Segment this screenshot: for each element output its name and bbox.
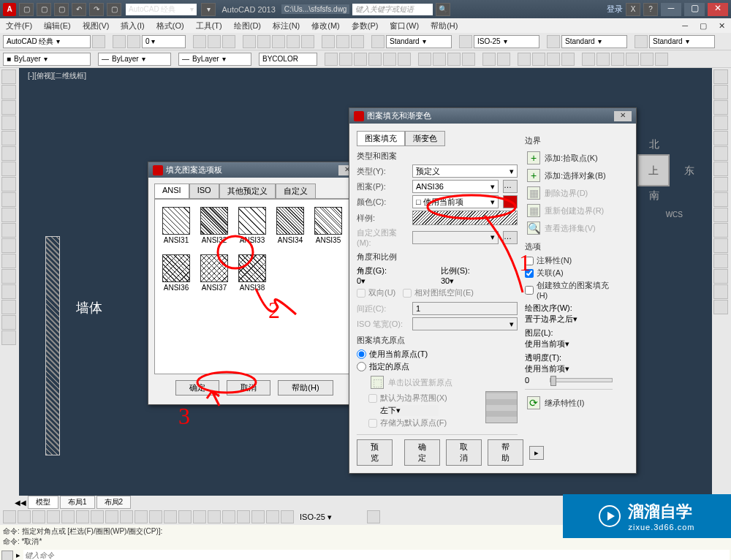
dim-dia-icon[interactable] (91, 510, 104, 523)
sel-color[interactable]: □ 使用当前项▾ (412, 195, 499, 208)
mod-copy-icon[interactable] (713, 85, 728, 99)
pattern-browse-button[interactable]: … (503, 180, 518, 193)
help-icon[interactable]: ? (643, 3, 658, 16)
radio-origin-current[interactable]: 使用当前原点(T) (357, 349, 518, 360)
dim-base-icon[interactable] (135, 510, 148, 523)
mod-scale-icon[interactable] (713, 177, 728, 192)
tb-sun-icon[interactable] (127, 35, 140, 48)
menu-file[interactable]: 文件(F) (6, 20, 32, 31)
tab-ansi[interactable]: ANSI (154, 183, 189, 198)
mod-join-icon[interactable] (713, 254, 728, 268)
tb-b1-icon[interactable] (243, 35, 256, 48)
std-pan-icon[interactable] (518, 53, 531, 66)
qat-save-icon[interactable]: ▢ (54, 3, 69, 16)
dim-rad-icon[interactable] (61, 510, 75, 523)
tb-c3-icon[interactable] (351, 35, 364, 48)
dim-insp-icon[interactable] (222, 510, 235, 523)
dim-style-btn-icon[interactable] (367, 510, 380, 523)
tab-layout2[interactable]: 布局2 (96, 496, 132, 509)
qat-more-icon[interactable]: ▾ (201, 3, 216, 16)
hatch-title-bar[interactable]: 图案填充和渐变色 ✕ (349, 108, 636, 124)
tb-b2-icon[interactable] (257, 35, 270, 48)
sel-transparency[interactable]: 使用当前项▾ (525, 363, 613, 374)
dim-cont-icon[interactable] (149, 510, 162, 523)
slider-transparency[interactable] (550, 378, 613, 382)
menu-help[interactable]: 帮助(H) (431, 20, 458, 31)
tab-layout1[interactable]: 布局1 (60, 496, 95, 509)
close-button[interactable]: ✕ (708, 3, 728, 16)
menu-insert[interactable]: 插入(I) (121, 20, 144, 31)
std-dc-icon[interactable] (596, 53, 610, 66)
dim-jog-icon[interactable] (76, 510, 89, 523)
tab-model[interactable]: 模型 (28, 496, 58, 509)
tab-other[interactable]: 其他预定义 (219, 183, 276, 198)
search-input[interactable]: 键入关键字或短语 (352, 4, 433, 15)
dim-jogline-icon[interactable] (237, 510, 250, 523)
std-publish-icon[interactable] (398, 53, 411, 66)
tb-text-icon[interactable] (371, 35, 385, 48)
sel-type[interactable]: 预定义▾ (412, 164, 518, 178)
maximize-button[interactable]: ▢ (684, 3, 705, 16)
draw-hatch-icon[interactable] (1, 269, 16, 284)
chk-separate[interactable]: 创建独立的图案填充(H) (525, 280, 613, 300)
tb-b5-icon[interactable] (301, 35, 314, 48)
dim-tedit-icon[interactable] (266, 510, 279, 523)
swatch-ansi33[interactable] (238, 207, 266, 235)
draw-spline-icon[interactable] (1, 177, 16, 192)
draw-rect-icon[interactable] (1, 116, 16, 130)
layer-zero[interactable]: 0 ▾ (142, 35, 186, 48)
menu-modify[interactable]: 修改(M) (311, 20, 340, 31)
color-sel[interactable]: ■ ByLayer ▾ (3, 53, 91, 66)
tb-bulb-icon[interactable] (113, 35, 126, 48)
dim-edit-icon[interactable] (251, 510, 265, 523)
draw-table-icon[interactable] (1, 315, 16, 330)
draw-point-icon[interactable] (1, 254, 16, 268)
swatch-ansi36[interactable] (162, 254, 190, 282)
table-style-sel[interactable]: Standard▾ (561, 35, 627, 48)
std-cut-icon[interactable] (418, 53, 431, 66)
std-tp-icon[interactable] (611, 53, 624, 66)
qat-new-icon[interactable]: ▢ (19, 3, 34, 16)
hatch-cancel-button[interactable]: 取消 (446, 439, 482, 466)
dim-update-icon[interactable] (281, 510, 294, 523)
menu-format[interactable]: 格式(O) (156, 20, 184, 31)
sel-scale[interactable]: 30▾ (441, 276, 518, 286)
qat-undo-icon[interactable]: ↶ (72, 3, 86, 16)
cube-top[interactable]: 上 (637, 154, 670, 186)
tb-b4-icon[interactable] (287, 35, 300, 48)
std-preview-icon[interactable] (383, 53, 396, 66)
qat-redo-icon[interactable]: ↷ (89, 3, 104, 16)
std-save-icon[interactable] (354, 53, 367, 66)
tb-gear-icon[interactable] (92, 35, 105, 48)
dim-ord-icon[interactable] (47, 510, 60, 523)
text-style-sel[interactable]: Standard▾ (386, 35, 452, 48)
command-input[interactable] (23, 550, 730, 560)
tb-c1-icon[interactable] (322, 35, 335, 48)
swatch-ansi31[interactable] (162, 207, 190, 235)
search-icon[interactable]: 🔍 (436, 3, 450, 16)
menu-edit[interactable]: 编辑(E) (44, 20, 71, 31)
swatch-ansi37[interactable] (200, 254, 228, 282)
draw-block-icon[interactable] (1, 238, 16, 253)
hatch-ok-button[interactable]: 确定 (404, 439, 440, 466)
btn-add-pick[interactable]: +添加:拾取点(K) (525, 149, 613, 167)
palette-title-bar[interactable]: 填充图案选项板 ✕ (148, 162, 360, 178)
sel-angle[interactable]: 0▾ (357, 276, 433, 286)
std-paste-icon[interactable] (447, 53, 461, 66)
tb-a3-icon[interactable] (222, 35, 235, 48)
std-undo-icon[interactable] (482, 53, 496, 66)
menu-view[interactable]: 视图(V) (83, 20, 110, 31)
tab-iso[interactable]: ISO (189, 183, 219, 198)
std-print-icon[interactable] (368, 53, 382, 66)
tb-c2-icon[interactable] (336, 35, 349, 48)
tab-hatch[interactable]: 图案填充 (357, 131, 405, 146)
chk-annotative[interactable]: 注释性(N) (525, 255, 613, 266)
chk-associative[interactable]: 关联(A) (525, 268, 613, 279)
draw-pline-icon[interactable] (1, 85, 16, 99)
doc-min-icon[interactable]: ─ (682, 21, 688, 30)
btn-inherit[interactable]: ⟳继承特性(I) (525, 394, 613, 412)
std-ssm-icon[interactable] (626, 53, 639, 66)
tb-a1-icon[interactable] (193, 35, 206, 48)
dim-arc-icon[interactable] (32, 510, 45, 523)
menu-tools[interactable]: 工具(T) (196, 20, 222, 31)
